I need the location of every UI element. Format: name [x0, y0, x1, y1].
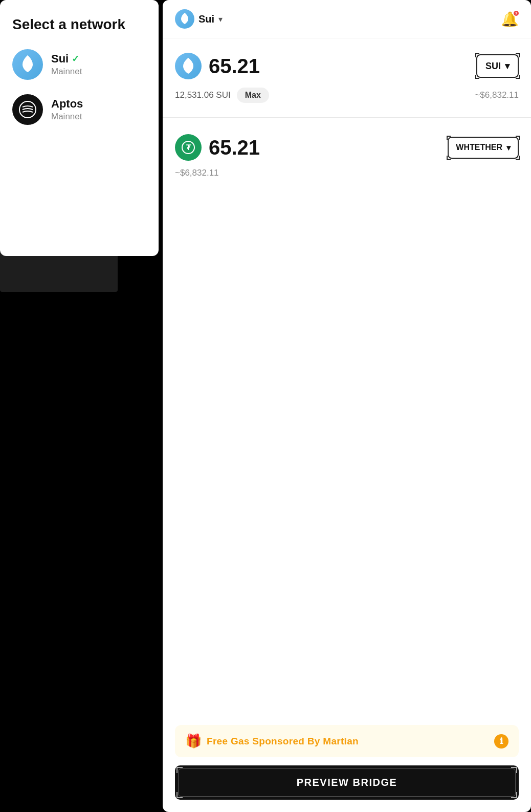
notification-badge: 1	[513, 10, 520, 17]
network-selector-panel: Select a network Sui ✓ Mainnet	[0, 0, 159, 256]
aptos-network-sub: Mainnet	[51, 112, 83, 122]
header-sui-icon	[175, 9, 194, 29]
free-gas-text: Free Gas Sponsored By Martian	[207, 736, 359, 747]
preview-button-label: PREVIEW BRIDGE	[297, 777, 397, 788]
from-amount[interactable]: 65.21	[209, 55, 260, 78]
bottom-area: 🎁 Free Gas Sponsored By Martian ℹ PREVIE…	[163, 725, 531, 812]
sui-network-name: Sui ✓	[51, 52, 82, 66]
balance-row: 12,531.06 SUI Max ~$6,832.11	[175, 88, 519, 103]
free-gas-info-icon[interactable]: ℹ	[494, 734, 508, 749]
aptos-network-name: Aptos	[51, 97, 83, 111]
to-token-amount: ₮ 65.21	[175, 134, 260, 161]
header-network-name: Sui	[198, 13, 214, 25]
aptos-network-info: Aptos Mainnet	[51, 97, 83, 122]
aptos-network-icon	[12, 94, 43, 125]
qr-area	[0, 251, 118, 292]
from-token-amount: 65.21	[175, 53, 260, 79]
sui-checkmark: ✓	[72, 53, 79, 65]
to-amount-row: ₮ 65.21 WHTETHER ▾	[175, 134, 519, 161]
to-token-label: WHTETHER	[456, 143, 502, 152]
balance-left: 12,531.06 SUI Max	[175, 88, 269, 103]
section-divider	[163, 117, 531, 118]
network-chevron-icon: ▾	[218, 14, 223, 24]
network-item-sui[interactable]: Sui ✓ Mainnet	[12, 49, 146, 80]
bridge-header: Sui ▾ 🔔 1	[163, 0, 531, 38]
svg-point-0	[19, 101, 36, 118]
from-usd-value: ~$6,832.11	[475, 90, 519, 100]
svg-text:₮: ₮	[186, 143, 191, 152]
notification-bell[interactable]: 🔔 1	[501, 11, 519, 28]
from-token-selector[interactable]: SUI ▾	[476, 54, 519, 78]
network-dropdown-trigger[interactable]: Sui ▾	[175, 9, 223, 29]
from-amount-row: 65.21 SUI ▾	[175, 53, 519, 79]
to-amount[interactable]: 65.21	[209, 136, 260, 159]
network-item-aptos[interactable]: Aptos Mainnet	[12, 94, 146, 125]
to-token-selector[interactable]: WHTETHER ▾	[448, 137, 519, 159]
sui-network-icon	[12, 49, 43, 80]
free-gas-left: 🎁 Free Gas Sponsored By Martian	[185, 733, 359, 749]
from-token-chevron: ▾	[505, 60, 510, 72]
free-gas-banner: 🎁 Free Gas Sponsored By Martian ℹ	[175, 725, 519, 757]
sui-network-info: Sui ✓ Mainnet	[51, 52, 82, 77]
from-section: 65.21 SUI ▾ 12,531.06 SUI Max ~$6,832.11	[163, 38, 531, 113]
sui-token-selector-btn[interactable]: SUI ▾	[476, 54, 519, 78]
from-token-label: SUI	[485, 61, 501, 72]
whtether-token-icon: ₮	[175, 134, 202, 161]
preview-bridge-button[interactable]: PREVIEW BRIDGE	[175, 765, 519, 800]
to-usd-value: ~$6,832.11	[175, 168, 519, 178]
whtether-selector-btn[interactable]: WHTETHER ▾	[448, 137, 519, 159]
bridge-panel: Sui ▾ 🔔 1 65.21	[163, 0, 531, 812]
to-token-chevron: ▾	[506, 143, 511, 153]
max-button[interactable]: Max	[237, 88, 269, 103]
balance-text: 12,531.06 SUI	[175, 90, 231, 100]
select-network-title: Select a network	[12, 16, 146, 33]
gift-icon: 🎁	[185, 733, 202, 749]
from-sui-icon	[175, 53, 202, 79]
to-section: ₮ 65.21 WHTETHER ▾ ~$6,832.11	[163, 122, 531, 188]
sui-network-sub: Mainnet	[51, 67, 82, 77]
